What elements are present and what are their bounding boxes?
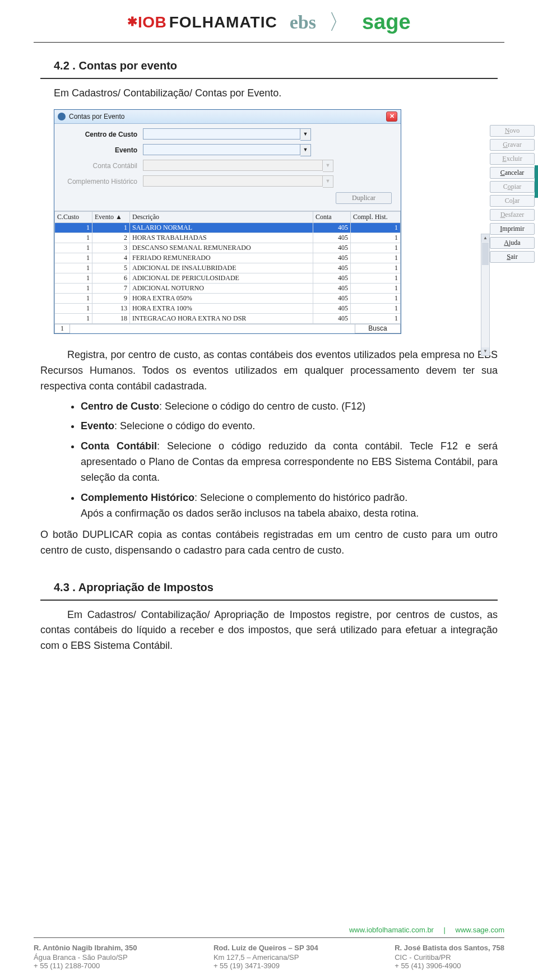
list-item: Evento: Selecione o código do evento. bbox=[81, 419, 498, 434]
window-title: Contas por Evento bbox=[69, 113, 124, 120]
evento-input[interactable] bbox=[143, 144, 300, 155]
sair-button[interactable]: Sair bbox=[490, 251, 535, 263]
scroll-up-icon[interactable]: ▲ bbox=[481, 234, 489, 242]
gravar-button[interactable]: Gravar bbox=[490, 139, 535, 151]
menu-tab[interactable]: MENU bbox=[535, 165, 538, 198]
dropdown-icon: ▼ bbox=[323, 175, 333, 188]
colar-button[interactable]: Colar bbox=[490, 195, 535, 207]
section-4-3-heading: 4.3 . Apropriação de Impostos bbox=[54, 579, 498, 596]
table-row[interactable]: 13DESCANSO SEMANAL REMUNERADO4051 bbox=[55, 243, 401, 253]
form-area: Centro de Custo▼ Evento▼ Conta Contábil▼… bbox=[54, 124, 401, 211]
list-item: Complemento Histórico: Selecione o compl… bbox=[81, 490, 498, 522]
footer-sep: | bbox=[444, 926, 446, 934]
ajuda-button[interactable]: Ajuda bbox=[490, 237, 535, 249]
section-rule bbox=[40, 600, 498, 601]
footer-col-1: R. Antônio Nagib Ibrahim, 350Água Branca… bbox=[34, 944, 137, 970]
logo-ebs: ebs bbox=[290, 12, 316, 33]
dropdown-icon[interactable]: ▼ bbox=[300, 128, 311, 141]
excluir-button[interactable]: Excluir bbox=[490, 153, 535, 165]
app-window: Contas por Evento ✕ Centro de Custo▼ Eve… bbox=[54, 109, 401, 334]
cancelar-button[interactable]: Cancelar bbox=[490, 167, 535, 179]
footer-col-3: R. José Batista dos Santos, 758CIC - Cur… bbox=[395, 944, 504, 970]
angle-icon: 〉 bbox=[328, 8, 350, 36]
footer-columns: R. Antônio Nagib Ibrahim, 350Água Branca… bbox=[0, 944, 538, 980]
sort-asc-icon: ▲ bbox=[115, 213, 122, 221]
page: ✱IOB FOLHAMATIC ebs 〉 sage 4.2 . Contas … bbox=[0, 0, 538, 980]
desfazer-button[interactable]: Desfazer bbox=[490, 209, 535, 221]
table-row[interactable]: 19HORA EXTRA 050%4051 bbox=[55, 293, 401, 303]
content: 4.2 . Contas por evento Em Cadastros/ Co… bbox=[0, 57, 538, 654]
logo-iob: ✱IOB FOLHAMATIC bbox=[127, 13, 277, 31]
col-evento[interactable]: Evento ▲ bbox=[92, 211, 130, 222]
table-row[interactable]: 17ADICIONAL NOTURNO4051 bbox=[55, 283, 401, 293]
footer-links: www.iobfolhamatic.com.br | www.sage.com bbox=[0, 926, 538, 937]
page-tab-1[interactable]: 1 bbox=[54, 324, 70, 333]
para-registra: Registra, por centro de custo, as contas… bbox=[40, 347, 498, 394]
app-screenshot: Contas por Evento ✕ Centro de Custo▼ Eve… bbox=[54, 109, 484, 334]
footer-link-sage[interactable]: www.sage.com bbox=[456, 926, 504, 934]
dropdown-icon: ▼ bbox=[323, 160, 333, 172]
imprimir-button[interactable]: Imprimir bbox=[490, 223, 535, 235]
label-conta: Conta Contábil bbox=[59, 162, 143, 170]
col-ccusto[interactable]: C.Custo bbox=[55, 211, 92, 222]
header-rule bbox=[34, 42, 504, 43]
footer: www.iobfolhamatic.com.br | www.sage.com … bbox=[0, 926, 538, 980]
table-row[interactable]: 16ADICIONAL DE PERICULOSIDADE4051 bbox=[55, 273, 401, 283]
close-button[interactable]: ✕ bbox=[386, 112, 397, 122]
scrollbar[interactable]: ▲ ▼ bbox=[481, 234, 490, 356]
conta-input bbox=[143, 160, 323, 171]
header-logos: ✱IOB FOLHAMATIC ebs 〉 sage bbox=[0, 0, 538, 42]
footer-col-2: Rod. Luiz de Queiros – SP 304Km 127,5 – … bbox=[214, 944, 318, 970]
table-row[interactable]: 11SALARIO NORMAL4051 bbox=[55, 222, 401, 233]
compl-input bbox=[143, 175, 323, 187]
footer-link-iob[interactable]: www.iobfolhamatic.com.br bbox=[349, 926, 434, 934]
list-item: Conta Contábil: Selecione o código reduz… bbox=[81, 439, 498, 486]
table-row[interactable]: 12HORAS TRABALHADAS4051 bbox=[55, 233, 401, 243]
busca-button[interactable]: Busca bbox=[355, 324, 401, 333]
label-evento: Evento bbox=[59, 146, 143, 154]
centro-input[interactable] bbox=[143, 128, 300, 140]
para-duplicar: O botão DUPLICAR copia as contas contábe… bbox=[40, 527, 498, 559]
table-row[interactable]: 15ADICIONAL DE INSALUBRIDADE4051 bbox=[55, 263, 401, 273]
section-rule bbox=[40, 78, 498, 79]
titlebar: Contas por Evento ✕ bbox=[54, 110, 401, 124]
bullet-list: Centro de Custo: Selecione o código do c… bbox=[81, 399, 498, 522]
app-icon bbox=[58, 113, 66, 120]
duplicar-button[interactable]: Duplicar bbox=[336, 192, 392, 204]
logo-sage: sage bbox=[362, 10, 411, 34]
novo-button[interactable]: Novo bbox=[490, 125, 535, 137]
side-panel: Novo Gravar Excluir Cancelar Copiar Cola… bbox=[490, 125, 535, 265]
grid: C.Custo Evento ▲ Descrição Conta Compl. … bbox=[54, 211, 401, 333]
table-row[interactable]: 14FERIADO REMUNERADO4051 bbox=[55, 253, 401, 263]
scroll-thumb[interactable] bbox=[482, 243, 489, 265]
section-4-2-heading: 4.2 . Contas por evento bbox=[54, 57, 498, 75]
scroll-down-icon[interactable]: ▼ bbox=[481, 347, 489, 355]
label-compl: Complemento Histórico bbox=[59, 178, 143, 185]
col-conta[interactable]: Conta bbox=[313, 211, 351, 222]
table-row[interactable]: 113HORA EXTRA 100%4051 bbox=[55, 303, 401, 313]
col-compl[interactable]: Compl. Hist. bbox=[351, 211, 401, 222]
table-row[interactable]: 118INTEGRACAO HORA EXTRA NO DSR4051 bbox=[55, 313, 401, 323]
list-item: Centro de Custo: Selecione o código do c… bbox=[81, 399, 498, 415]
dropdown-icon[interactable]: ▼ bbox=[300, 144, 311, 156]
section-4-2-path: Em Cadastros/ Contabilização/ Contas por… bbox=[54, 86, 498, 101]
footer-rule bbox=[34, 937, 504, 938]
label-centro: Centro de Custo bbox=[59, 131, 143, 138]
copiar-button[interactable]: Copiar bbox=[490, 181, 535, 193]
section-4-3-para: Em Cadastros/ Contabilização/ Apropriaçã… bbox=[40, 607, 498, 654]
col-desc[interactable]: Descrição bbox=[130, 211, 313, 222]
